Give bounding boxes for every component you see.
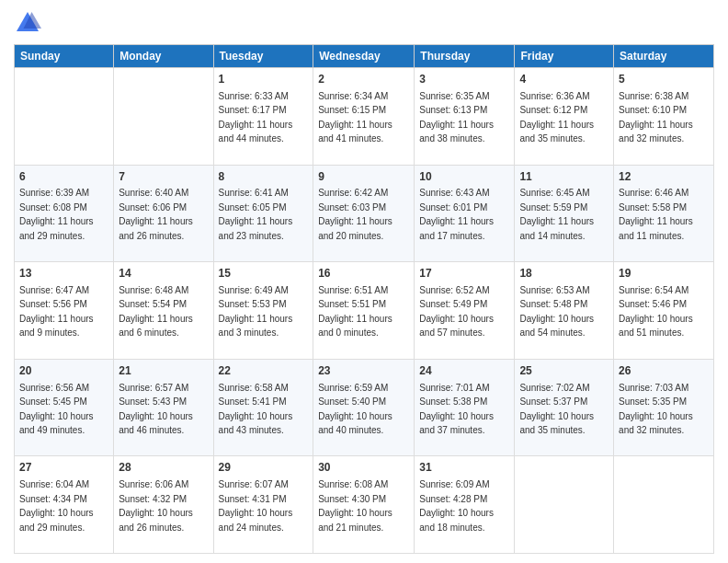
- weekday-header-monday: Monday: [114, 45, 213, 68]
- calendar-cell: 16Sunrise: 6:51 AMSunset: 5:51 PMDayligh…: [313, 262, 415, 360]
- day-info: Sunrise: 7:03 AMSunset: 5:35 PMDaylight:…: [619, 383, 693, 436]
- day-number: 12: [619, 169, 709, 185]
- day-info: Sunrise: 6:08 AMSunset: 4:30 PMDaylight:…: [318, 479, 392, 533]
- day-info: Sunrise: 6:41 AMSunset: 6:05 PMDaylight:…: [219, 188, 293, 241]
- day-number: 8: [219, 169, 309, 185]
- weekday-header-tuesday: Tuesday: [213, 45, 313, 68]
- weekday-header-wednesday: Wednesday: [313, 45, 415, 68]
- day-number: 3: [419, 72, 509, 87]
- calendar-cell: 7Sunrise: 6:40 AMSunset: 6:06 PMDaylight…: [114, 165, 213, 262]
- day-number: 10: [419, 169, 509, 185]
- day-info: Sunrise: 6:47 AMSunset: 5:56 PMDaylight:…: [19, 285, 94, 339]
- day-info: Sunrise: 6:40 AMSunset: 6:06 PMDaylight:…: [119, 188, 193, 241]
- week-row-4: 20Sunrise: 6:56 AMSunset: 5:45 PMDayligh…: [15, 359, 714, 456]
- day-info: Sunrise: 6:56 AMSunset: 5:45 PMDaylight:…: [19, 383, 94, 436]
- page: SundayMondayTuesdayWednesdayThursdayFrid…: [0, 0, 728, 563]
- calendar-cell: [614, 456, 714, 554]
- day-number: 13: [19, 266, 108, 282]
- calendar-cell: 9Sunrise: 6:42 AMSunset: 6:03 PMDaylight…: [313, 165, 415, 262]
- calendar-cell: 25Sunrise: 7:02 AMSunset: 5:37 PMDayligh…: [515, 359, 614, 456]
- day-info: Sunrise: 6:38 AMSunset: 6:10 PMDaylight:…: [619, 91, 693, 144]
- day-info: Sunrise: 6:39 AMSunset: 6:08 PMDaylight:…: [19, 188, 94, 241]
- day-number: 7: [119, 169, 208, 185]
- calendar-cell: 11Sunrise: 6:45 AMSunset: 5:59 PMDayligh…: [515, 165, 614, 262]
- calendar-cell: 31Sunrise: 6:09 AMSunset: 4:28 PMDayligh…: [415, 456, 515, 554]
- day-number: 25: [519, 363, 609, 379]
- day-info: Sunrise: 6:43 AMSunset: 6:01 PMDaylight:…: [419, 188, 494, 241]
- calendar-cell: 21Sunrise: 6:57 AMSunset: 5:43 PMDayligh…: [114, 359, 213, 456]
- calendar-cell: 2Sunrise: 6:34 AMSunset: 6:15 PMDaylight…: [313, 68, 415, 166]
- weekday-header-row: SundayMondayTuesdayWednesdayThursdayFrid…: [15, 45, 714, 68]
- day-number: 18: [519, 266, 609, 282]
- day-number: 5: [619, 72, 709, 87]
- week-row-1: 1Sunrise: 6:33 AMSunset: 6:17 PMDaylight…: [15, 68, 714, 166]
- calendar-cell: 6Sunrise: 6:39 AMSunset: 6:08 PMDaylight…: [15, 165, 114, 262]
- calendar-cell: [15, 68, 114, 166]
- calendar-cell: 15Sunrise: 6:49 AMSunset: 5:53 PMDayligh…: [213, 262, 313, 360]
- logo-icon: [14, 9, 41, 37]
- day-info: Sunrise: 6:48 AMSunset: 5:54 PMDaylight:…: [119, 285, 193, 339]
- day-info: Sunrise: 6:06 AMSunset: 4:32 PMDaylight:…: [119, 479, 193, 533]
- week-row-5: 27Sunrise: 6:04 AMSunset: 4:34 PMDayligh…: [15, 456, 714, 554]
- calendar-cell: 4Sunrise: 6:36 AMSunset: 6:12 PMDaylight…: [515, 68, 614, 166]
- calendar-cell: 23Sunrise: 6:59 AMSunset: 5:40 PMDayligh…: [313, 359, 415, 456]
- day-info: Sunrise: 6:36 AMSunset: 6:12 PMDaylight:…: [519, 91, 594, 144]
- day-info: Sunrise: 6:54 AMSunset: 5:46 PMDaylight:…: [619, 285, 693, 339]
- day-info: Sunrise: 6:34 AMSunset: 6:15 PMDaylight:…: [318, 91, 392, 144]
- logo: [14, 9, 45, 37]
- day-info: Sunrise: 6:04 AMSunset: 4:34 PMDaylight:…: [19, 479, 94, 533]
- calendar-cell: 10Sunrise: 6:43 AMSunset: 6:01 PMDayligh…: [415, 165, 515, 262]
- calendar-cell: 19Sunrise: 6:54 AMSunset: 5:46 PMDayligh…: [614, 262, 714, 360]
- day-number: 11: [519, 169, 609, 185]
- day-info: Sunrise: 6:33 AMSunset: 6:17 PMDaylight:…: [219, 91, 293, 144]
- calendar-cell: 27Sunrise: 6:04 AMSunset: 4:34 PMDayligh…: [15, 456, 114, 554]
- day-number: 26: [619, 363, 709, 379]
- day-info: Sunrise: 6:58 AMSunset: 5:41 PMDaylight:…: [219, 383, 293, 436]
- day-number: 30: [318, 460, 409, 476]
- day-info: Sunrise: 6:46 AMSunset: 5:58 PMDaylight:…: [619, 188, 693, 241]
- calendar-cell: 17Sunrise: 6:52 AMSunset: 5:49 PMDayligh…: [415, 262, 515, 360]
- calendar-table: SundayMondayTuesdayWednesdayThursdayFrid…: [14, 44, 714, 554]
- day-number: 28: [119, 460, 208, 476]
- calendar-cell: 26Sunrise: 7:03 AMSunset: 5:35 PMDayligh…: [614, 359, 714, 456]
- calendar-cell: 22Sunrise: 6:58 AMSunset: 5:41 PMDayligh…: [213, 359, 313, 456]
- day-number: 2: [318, 72, 409, 87]
- calendar-cell: 14Sunrise: 6:48 AMSunset: 5:54 PMDayligh…: [114, 262, 213, 360]
- day-number: 31: [419, 460, 509, 476]
- calendar-cell: 20Sunrise: 6:56 AMSunset: 5:45 PMDayligh…: [15, 359, 114, 456]
- day-number: 27: [19, 460, 108, 476]
- calendar-cell: 29Sunrise: 6:07 AMSunset: 4:31 PMDayligh…: [213, 456, 313, 554]
- day-info: Sunrise: 6:57 AMSunset: 5:43 PMDaylight:…: [119, 383, 193, 436]
- header: [14, 9, 714, 37]
- calendar-cell: 1Sunrise: 6:33 AMSunset: 6:17 PMDaylight…: [213, 68, 313, 166]
- day-number: 24: [419, 363, 509, 379]
- weekday-header-sunday: Sunday: [15, 45, 114, 68]
- day-info: Sunrise: 6:07 AMSunset: 4:31 PMDaylight:…: [219, 479, 293, 533]
- day-number: 16: [318, 266, 409, 282]
- day-number: 1: [219, 72, 309, 87]
- day-info: Sunrise: 6:59 AMSunset: 5:40 PMDaylight:…: [318, 383, 392, 436]
- calendar-cell: [114, 68, 213, 166]
- calendar-cell: 30Sunrise: 6:08 AMSunset: 4:30 PMDayligh…: [313, 456, 415, 554]
- day-number: 4: [519, 72, 609, 87]
- calendar-cell: 3Sunrise: 6:35 AMSunset: 6:13 PMDaylight…: [415, 68, 515, 166]
- day-number: 21: [119, 363, 208, 379]
- calendar-cell: 5Sunrise: 6:38 AMSunset: 6:10 PMDaylight…: [614, 68, 714, 166]
- day-info: Sunrise: 7:02 AMSunset: 5:37 PMDaylight:…: [519, 383, 594, 436]
- calendar-cell: 24Sunrise: 7:01 AMSunset: 5:38 PMDayligh…: [415, 359, 515, 456]
- day-number: 20: [19, 363, 108, 379]
- weekday-header-saturday: Saturday: [614, 45, 714, 68]
- day-info: Sunrise: 6:35 AMSunset: 6:13 PMDaylight:…: [419, 91, 494, 144]
- day-info: Sunrise: 6:42 AMSunset: 6:03 PMDaylight:…: [318, 188, 392, 241]
- day-number: 14: [119, 266, 208, 282]
- day-info: Sunrise: 6:51 AMSunset: 5:51 PMDaylight:…: [318, 285, 392, 339]
- day-number: 22: [219, 363, 309, 379]
- day-number: 15: [219, 266, 309, 282]
- day-number: 6: [19, 169, 108, 185]
- week-row-3: 13Sunrise: 6:47 AMSunset: 5:56 PMDayligh…: [15, 262, 714, 360]
- week-row-2: 6Sunrise: 6:39 AMSunset: 6:08 PMDaylight…: [15, 165, 714, 262]
- calendar-cell: 18Sunrise: 6:53 AMSunset: 5:48 PMDayligh…: [515, 262, 614, 360]
- day-info: Sunrise: 7:01 AMSunset: 5:38 PMDaylight:…: [419, 383, 494, 436]
- day-number: 19: [619, 266, 709, 282]
- calendar-cell: [515, 456, 614, 554]
